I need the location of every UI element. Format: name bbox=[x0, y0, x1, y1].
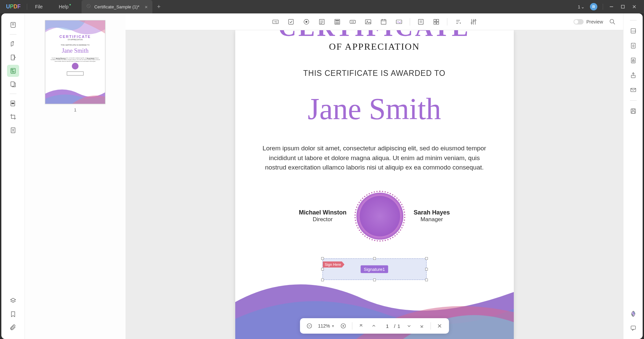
total-pages: 1 bbox=[397, 323, 400, 329]
svg-point-53 bbox=[471, 22, 472, 23]
document-canvas[interactable]: T| OK Preview CERTIFICATE OF APPRECI bbox=[126, 13, 623, 339]
chat-tool-icon[interactable] bbox=[628, 322, 639, 334]
signature-field-tool-icon[interactable] bbox=[394, 17, 404, 27]
checkbox-tool-icon[interactable] bbox=[286, 17, 296, 27]
resize-handle[interactable] bbox=[425, 279, 428, 281]
resize-handle[interactable] bbox=[321, 279, 324, 281]
share-tool-icon[interactable] bbox=[628, 69, 639, 81]
redact-tool-icon[interactable] bbox=[7, 97, 19, 109]
close-nav-button[interactable] bbox=[436, 322, 444, 330]
zoom-in-button[interactable] bbox=[339, 322, 347, 330]
page-thumbnail[interactable]: CERTIFICATE OF APPRECIATION THIS CERTIFI… bbox=[45, 20, 105, 104]
tab-doc-icon bbox=[86, 4, 91, 10]
ocr-tool-icon[interactable]: OCR bbox=[628, 25, 639, 37]
resize-handle[interactable] bbox=[425, 257, 428, 260]
form-grid-tool-icon[interactable] bbox=[432, 17, 441, 27]
svg-line-56 bbox=[613, 22, 615, 24]
document-tab[interactable]: Certificate_Sample (1)* × bbox=[82, 0, 152, 13]
page-indicator: / 1 bbox=[383, 323, 400, 329]
button-tool-icon[interactable]: OK bbox=[348, 17, 357, 27]
resize-handle[interactable] bbox=[373, 257, 376, 260]
layers-icon[interactable] bbox=[7, 295, 19, 307]
svg-rect-76 bbox=[631, 326, 635, 329]
certificate-subtitle: OF APPRECIATION bbox=[235, 41, 514, 52]
preview-toggle[interactable]: Preview bbox=[574, 19, 603, 25]
signature-form-field[interactable]: Sign Here Signature1 bbox=[323, 258, 427, 280]
form-tool-icon[interactable] bbox=[7, 65, 19, 77]
window-count-dropdown[interactable]: 1⌄ bbox=[578, 4, 585, 9]
svg-text:OCR: OCR bbox=[632, 30, 636, 32]
svg-rect-70 bbox=[632, 60, 634, 62]
last-page-button[interactable] bbox=[418, 322, 426, 330]
form-order-tool-icon[interactable] bbox=[453, 17, 463, 27]
edit-tool-icon[interactable] bbox=[7, 51, 19, 63]
next-page-button[interactable] bbox=[405, 322, 413, 330]
tab-close-button[interactable]: × bbox=[145, 4, 148, 10]
listbox-tool-icon[interactable] bbox=[333, 17, 342, 27]
svg-rect-12 bbox=[11, 69, 12, 70]
svg-rect-41 bbox=[396, 20, 402, 23]
svg-rect-74 bbox=[632, 109, 634, 110]
resize-handle[interactable] bbox=[425, 268, 428, 271]
svg-rect-45 bbox=[434, 19, 436, 21]
svg-rect-10 bbox=[11, 55, 14, 60]
minimize-button[interactable] bbox=[608, 4, 614, 10]
dropdown-tool-icon[interactable] bbox=[317, 17, 327, 27]
signatures-row: Michael Winston Director Sarah Hayes Man… bbox=[235, 193, 514, 240]
svg-rect-11 bbox=[11, 68, 15, 74]
svg-text:OK: OK bbox=[351, 20, 354, 23]
zoom-out-button[interactable] bbox=[305, 322, 313, 330]
tab-title: Certificate_Sample (1)* bbox=[94, 4, 139, 9]
text-field-tool-icon[interactable]: T| bbox=[271, 17, 280, 27]
resize-handle[interactable] bbox=[321, 257, 324, 260]
user-avatar[interactable]: R bbox=[590, 3, 597, 10]
zoom-level-dropdown[interactable]: 112%▼ bbox=[318, 323, 335, 329]
compress-tool-icon[interactable] bbox=[7, 124, 19, 136]
form-properties-tool-icon[interactable] bbox=[469, 17, 478, 27]
resize-handle[interactable] bbox=[373, 279, 376, 281]
toggle-switch[interactable] bbox=[574, 19, 584, 25]
resize-handle[interactable] bbox=[321, 268, 324, 271]
save-tool-icon[interactable] bbox=[628, 105, 639, 117]
page-navigation-bar: 112%▼ / 1 bbox=[300, 318, 449, 334]
protect-tool-icon[interactable] bbox=[628, 55, 639, 66]
svg-rect-30 bbox=[335, 20, 339, 21]
current-page-input[interactable] bbox=[383, 323, 392, 329]
crop-tool-icon[interactable] bbox=[7, 111, 19, 123]
signer-left: Michael Winston Director bbox=[299, 209, 347, 223]
form-align-tool-icon[interactable] bbox=[416, 17, 426, 27]
reader-mode-icon[interactable] bbox=[7, 19, 19, 31]
svg-rect-72 bbox=[631, 88, 636, 92]
svg-rect-37 bbox=[381, 19, 386, 24]
comment-tool-icon[interactable] bbox=[7, 38, 19, 50]
ai-assistant-icon[interactable] bbox=[628, 308, 639, 320]
form-fields-toolbar: T| OK Preview bbox=[126, 13, 623, 30]
signer-right: Sarah Hayes Manager bbox=[413, 209, 450, 223]
bookmark-icon[interactable] bbox=[7, 308, 19, 320]
convert-tool-icon[interactable] bbox=[628, 40, 639, 51]
image-field-tool-icon[interactable] bbox=[363, 17, 373, 27]
menu-file[interactable]: File bbox=[27, 4, 51, 9]
maximize-button[interactable] bbox=[620, 4, 626, 10]
email-tool-icon[interactable] bbox=[628, 84, 639, 96]
attachment-icon[interactable] bbox=[7, 322, 19, 334]
date-field-tool-icon[interactable] bbox=[379, 17, 388, 27]
close-window-button[interactable] bbox=[631, 4, 637, 10]
search-icon[interactable] bbox=[608, 17, 617, 27]
menu-help[interactable]: Help bbox=[51, 4, 79, 9]
certificate-title: CERTIFICATE bbox=[235, 30, 514, 42]
first-page-button[interactable] bbox=[357, 322, 365, 330]
radio-tool-icon[interactable] bbox=[302, 17, 311, 27]
svg-rect-18 bbox=[11, 103, 14, 104]
new-tab-button[interactable]: + bbox=[152, 3, 165, 10]
document-page[interactable]: CERTIFICATE OF APPRECIATION THIS CERTIFI… bbox=[235, 30, 514, 339]
svg-point-54 bbox=[475, 19, 476, 21]
organize-pages-icon[interactable] bbox=[7, 78, 19, 90]
svg-point-55 bbox=[610, 19, 614, 23]
svg-rect-22 bbox=[288, 19, 293, 24]
thumb-decoration-bottom bbox=[45, 87, 105, 104]
thumb-decoration-top bbox=[45, 20, 105, 41]
sign-here-tag: Sign Here bbox=[323, 261, 345, 268]
certificate-body: Lorem ipsum dolor sit amet, consectetur … bbox=[262, 144, 487, 173]
previous-page-button[interactable] bbox=[370, 322, 378, 330]
